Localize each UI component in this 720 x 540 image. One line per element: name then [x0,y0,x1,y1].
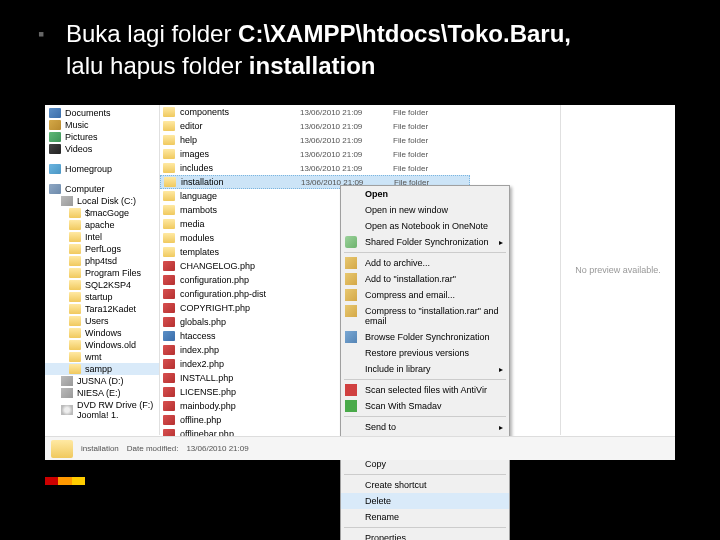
file-date: 13/06/2010 21:09 [300,108,388,117]
ctx-open[interactable]: Open [341,186,509,202]
php-icon [163,289,175,299]
bullet-icon: ▪ [38,24,44,45]
videos-icon [49,144,61,154]
nav-lib[interactable]: Documents [65,108,111,118]
status-bar: installation Date modified: 13/06/2010 2… [45,436,675,460]
nav-lib[interactable]: Videos [65,144,92,154]
ctx-rename[interactable]: Rename [341,509,509,525]
ctx-restore[interactable]: Restore previous versions [341,345,509,361]
nav-folder[interactable]: Windows [85,328,122,338]
ctx-open-window[interactable]: Open in new window [341,202,509,218]
file-type: File folder [393,150,428,159]
nav-drive[interactable]: DVD RW Drive (F:) Joomla! 1. [77,400,155,420]
nav-disk[interactable]: Local Disk (C:) [77,196,136,206]
nav-drive[interactable]: NIESA (E:) [77,388,121,398]
ctx-onenote[interactable]: Open as Notebook in OneNote [341,218,509,234]
file-name: modules [180,233,295,243]
nav-folder[interactable]: Program Files [85,268,141,278]
nav-folder[interactable]: Users [85,316,109,326]
preview-pane: No preview available. [560,105,675,435]
file-type: File folder [393,122,428,131]
folder-icon [163,233,175,243]
separator [344,474,506,475]
nav-folder[interactable]: Intel [85,232,102,242]
nav-homegroup[interactable]: Homegroup [65,164,112,174]
file-name: mainbody.php [180,401,295,411]
file-row[interactable]: help13/06/2010 21:09File folder [160,133,470,147]
nav-folder[interactable]: php4tsd [85,256,117,266]
file-name: globals.php [180,317,295,327]
file-name: configuration.php [180,275,295,285]
ctx-properties[interactable]: Properties [341,530,509,540]
file-name: images [180,149,295,159]
separator [344,416,506,417]
nav-folder[interactable]: Windows.old [85,340,136,350]
file-name: editor [180,121,295,131]
nav-drive[interactable]: JUSNA (D:) [77,376,124,386]
nav-tree[interactable]: Documents Music Pictures Videos Homegrou… [45,105,160,435]
file-row[interactable]: includes13/06/2010 21:09File folder [160,161,470,175]
folder-icon [69,232,81,242]
nav-folder[interactable]: $macGoge [85,208,129,218]
ctx-shared[interactable]: Shared Folder Synchronization▸ [341,234,509,250]
folder-icon [69,328,81,338]
file-row[interactable]: editor13/06/2010 21:09File folder [160,119,470,133]
ctx-compress-to[interactable]: Compress to "installation.rar" and email [341,303,509,329]
file-name: COPYRIGHT.php [180,303,295,313]
nav-lib[interactable]: Pictures [65,132,98,142]
ctx-add-to[interactable]: Add to "installation.rar" [341,271,509,287]
folder-icon [69,364,81,374]
folder-icon [69,280,81,290]
ctx-add-archive[interactable]: Add to archive... [341,255,509,271]
file-row[interactable]: components13/06/2010 21:09File folder [160,105,470,119]
status-name: installation [81,444,119,453]
disk-icon [61,196,73,206]
doc-icon [163,331,175,341]
computer-icon [49,184,61,194]
php-icon [163,373,175,383]
nav-folder[interactable]: SQL2KSP4 [85,280,131,290]
file-name: help [180,135,295,145]
documents-icon [49,108,61,118]
nav-folder[interactable]: wmt [85,352,102,362]
antivir-icon [345,384,357,396]
nav-lib[interactable]: Music [65,120,89,130]
ctx-compress-email[interactable]: Compress and email... [341,287,509,303]
file-date: 13/06/2010 21:09 [300,136,388,145]
folder-icon [163,107,175,117]
nav-folder[interactable]: PerfLogs [85,244,121,254]
status-date: 13/06/2010 21:09 [186,444,248,453]
folder-icon [51,440,73,458]
file-row[interactable]: images13/06/2010 21:09File folder [160,147,470,161]
separator [344,527,506,528]
file-name: LICENSE.php [180,387,295,397]
preview-text: No preview available. [575,265,661,275]
ctx-shortcut[interactable]: Create shortcut [341,477,509,493]
file-name: index2.php [180,359,295,369]
ctx-smadav[interactable]: Scan With Smadav [341,398,509,414]
ctx-include[interactable]: Include in library▸ [341,361,509,377]
accent-bar [45,477,85,485]
nav-folder[interactable]: apache [85,220,115,230]
sync-icon [345,331,357,343]
ctx-delete[interactable]: Delete [341,493,509,509]
file-name: index.php [180,345,295,355]
php-icon [163,275,175,285]
slide-header: ▪ Buka lagi folder C:\XAMPP\htdocs\Toko.… [38,18,690,83]
nav-folder[interactable]: sampp [85,364,112,374]
file-name: mambots [180,205,295,215]
nav-folder[interactable]: startup [85,292,113,302]
ctx-antivir[interactable]: Scan selected files with AntiVir [341,382,509,398]
smadav-icon [345,400,357,412]
php-icon [163,401,175,411]
archive-icon [345,273,357,285]
ctx-browse[interactable]: Browse Folder Synchronization [341,329,509,345]
nav-computer[interactable]: Computer [65,184,105,194]
context-menu: Open Open in new window Open as Notebook… [340,185,510,540]
folder-icon [163,163,175,173]
share-icon [345,236,357,248]
separator [344,379,506,380]
nav-folder[interactable]: Tara12Kadet [85,304,136,314]
folder-icon [69,340,81,350]
ctx-sendto[interactable]: Send to▸ [341,419,509,435]
